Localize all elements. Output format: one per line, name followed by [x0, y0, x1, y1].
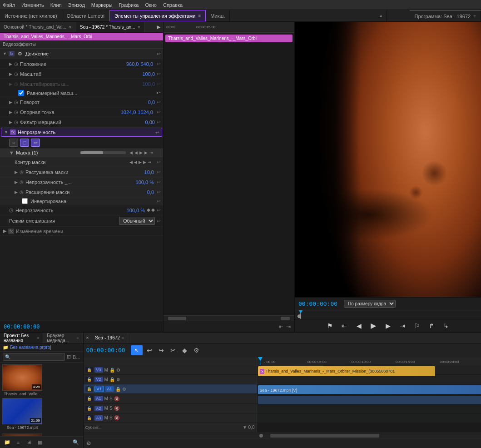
motion-reset-btn[interactable]: ↩: [157, 51, 160, 56]
tl-select-tool[interactable]: ↖: [131, 345, 143, 355]
track-v3-eye[interactable]: M: [104, 368, 108, 373]
ellipse-mask-btn[interactable]: ○: [9, 139, 18, 147]
mask-opacity-expand[interactable]: ▶: [15, 180, 18, 184]
tab-source[interactable]: Источник: (нет клипов): [0, 10, 62, 21]
track-a1-mute[interactable]: 🔇: [114, 396, 119, 401]
opacity-val-reset[interactable]: ↩: [157, 208, 160, 213]
seq-tab-sea[interactable]: Sea - 19672 * Tharsis_an... ▼: [76, 22, 145, 32]
mask-feather-stopwatch[interactable]: ◷: [20, 169, 24, 174]
flicker-stopwatch[interactable]: ◷: [14, 119, 18, 124]
mask-header[interactable]: ▼ Маска (1) ◀ ◀ ▶ ▶ ⇥: [0, 149, 163, 157]
mask-expand-expand[interactable]: ▶: [15, 190, 18, 194]
program-menu-icon[interactable]: ≡: [473, 14, 476, 19]
project-tab-menu-icon[interactable]: ≡: [37, 336, 39, 340]
menu-episode[interactable]: Эпизод: [68, 2, 85, 8]
mask-path-kf-next2[interactable]: ▶: [143, 160, 146, 164]
project-tab-browser[interactable]: Браузер медиада... »: [43, 333, 83, 343]
transport-mark-out[interactable]: ⚐: [412, 320, 422, 331]
transport-to-in[interactable]: ⇤: [339, 320, 350, 331]
seq-tab-play-btn[interactable]: ▶: [154, 22, 163, 32]
track-a3-mute[interactable]: 🔇: [114, 415, 119, 420]
rotation-expand[interactable]: ▶: [9, 100, 12, 105]
mask-path-kf-end[interactable]: ⇥: [148, 160, 151, 164]
anchor-stopwatch[interactable]: ◷: [14, 110, 18, 114]
kf-next-btn[interactable]: ▶: [139, 150, 143, 155]
blend-mode-select[interactable]: Обычный: [119, 217, 155, 225]
tab-expand-panels[interactable]: »: [375, 10, 387, 21]
mask-path-kf-prev[interactable]: ◀: [129, 160, 133, 164]
tab-lumetri[interactable]: Области Lumetri: [62, 10, 109, 21]
mask-path-kf-next[interactable]: ▶: [139, 160, 142, 164]
invert-reset[interactable]: ↩: [157, 199, 160, 204]
clip-audio-a1[interactable]: [258, 396, 481, 404]
transport-insert[interactable]: ↱: [426, 320, 437, 331]
rect-mask-btn[interactable]: □: [20, 139, 29, 147]
uniform-scale-checkbox[interactable]: [18, 90, 24, 96]
menu-graphics[interactable]: Графика: [119, 2, 139, 8]
kf-add-btn[interactable]: ◀: [134, 150, 138, 155]
track-v2-m[interactable]: M: [104, 377, 108, 382]
blend-reset[interactable]: ↩: [157, 219, 160, 224]
track-v2-settings[interactable]: ⚙: [116, 377, 120, 382]
track-a1-lock[interactable]: 🔒: [85, 396, 93, 401]
scale-stopwatch[interactable]: ◷: [14, 71, 18, 76]
playhead-ruler-area[interactable]: [295, 310, 481, 319]
opacity-group-header[interactable]: ▼ fx Непрозрачность ↩: [1, 128, 162, 137]
time-change-row[interactable]: ▶ fx Изменение времени: [0, 227, 163, 236]
transport-overwrite[interactable]: ↳: [441, 320, 451, 331]
middle-scrollbar[interactable]: [164, 315, 294, 321]
anchor-reset[interactable]: ↩: [157, 110, 160, 114]
timeline-close-x[interactable]: ×: [84, 335, 92, 340]
timeline-tab-sea[interactable]: Sea - 19672 ≡: [91, 333, 128, 343]
middle-scroll-thumb-r[interactable]: [281, 317, 290, 320]
position-stopwatch[interactable]: ◷: [14, 61, 18, 66]
effects-tab-menu-icon[interactable]: ≡: [198, 13, 201, 18]
kf-dot-left[interactable]: [147, 209, 150, 212]
rotation-stopwatch[interactable]: ◷: [14, 100, 18, 105]
transport-mark-in[interactable]: ⚑: [324, 320, 335, 331]
track-a1-m[interactable]: M: [104, 396, 108, 401]
rotation-reset[interactable]: ↩: [157, 100, 160, 105]
mask-opacity-reset[interactable]: ↩: [157, 179, 160, 184]
opacity-val-stopwatch[interactable]: ◷: [9, 207, 14, 213]
tl-marker-btn[interactable]: ◆: [180, 345, 190, 355]
position-reset[interactable]: ↩: [157, 61, 160, 66]
thumb-sea-image[interactable]: 21:09: [2, 398, 42, 424]
transport-to-out[interactable]: ⇥: [397, 320, 408, 331]
menu-markers[interactable]: Маркеры: [91, 2, 113, 8]
middle-prev-btn[interactable]: ⇤: [279, 324, 283, 330]
proj-search-btn[interactable]: 🔍: [71, 438, 80, 447]
track-v3-mute[interactable]: 🔒: [109, 368, 115, 373]
track-v3-lock[interactable]: 🔒: [85, 367, 93, 373]
tl-razor-btn[interactable]: ✂: [168, 345, 178, 355]
track-v1-lock2[interactable]: 🔒: [115, 387, 121, 392]
proj-icon-view-btn[interactable]: ⊞: [25, 438, 34, 447]
project-search-input[interactable]: [3, 353, 65, 361]
proj-list-btn[interactable]: ≡: [14, 438, 23, 447]
time-change-expand[interactable]: ▶: [3, 228, 6, 234]
menu-file[interactable]: Файл: [3, 2, 15, 8]
track-v1-lock[interactable]: 🔒: [85, 386, 93, 392]
track-a2-mute[interactable]: 🔇: [114, 406, 119, 411]
timeline-tab-menu[interactable]: ≡: [122, 336, 124, 340]
track-v2-lock[interactable]: 🔒: [85, 377, 93, 382]
timeline-scrollbar[interactable]: ⇤: [84, 433, 481, 438]
playhead-circle-marker[interactable]: [298, 314, 301, 318]
proj-freeform-btn[interactable]: ▦: [35, 438, 45, 447]
transport-play[interactable]: ▶: [368, 320, 379, 331]
mask-path-kf-add[interactable]: ◀: [134, 160, 137, 164]
track-a3-lock[interactable]: 🔒: [85, 415, 93, 421]
middle-next-btn[interactable]: ⇥: [286, 324, 291, 330]
track-v2-lock2[interactable]: 🔒: [109, 377, 115, 382]
mask-feather-reset[interactable]: ↩: [157, 169, 160, 174]
track-a2-s[interactable]: S: [109, 406, 113, 411]
tl-settings-btn[interactable]: ⚙: [86, 440, 91, 447]
program-fit-select[interactable]: По размеру кадра: [344, 300, 396, 308]
mask-expand-stopwatch[interactable]: ◷: [20, 189, 24, 194]
track-v3-settings[interactable]: ⚙: [116, 368, 120, 373]
track-a2-m[interactable]: M: [104, 406, 108, 411]
opacity-reset-btn[interactable]: ↩: [155, 130, 159, 135]
motion-group-header[interactable]: ▼ fx ⚙ Движение ↩: [0, 49, 163, 59]
pen-mask-btn[interactable]: ✏: [31, 139, 40, 147]
middle-scroll-thumb[interactable]: [168, 317, 186, 320]
